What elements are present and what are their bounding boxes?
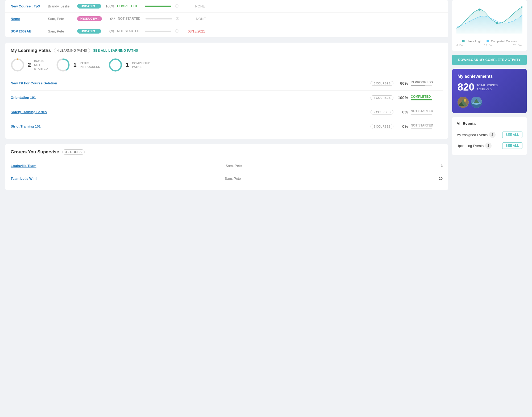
lp-status-label: IN PROGRESS [411,80,443,84]
event-count-badge: 1 [485,142,492,149]
course-name[interactable]: New Course : Tp3 [11,4,45,8]
course-progress-fill [145,6,171,7]
info-icon: ⓘ [175,29,178,34]
groups-title: Groups You Supervise [11,149,59,155]
lp-pct: 0% [396,110,408,114]
achievements-badges [458,97,521,108]
event-count-badge: 2 [489,132,496,138]
lp-pct: 100% [396,95,408,100]
course-owner: Brandy, Leslie [48,4,74,8]
achievements-title: My achievements [458,74,521,79]
lp-progress-fill [411,99,432,100]
lp-progress-bar [411,85,432,86]
course-pct: 0% [105,17,115,21]
lp-pct: 66% [396,81,408,85]
stat-label: COMPLETEDPATHS [132,61,150,69]
donut-chart [11,58,24,72]
badge-2-icon [471,97,482,108]
achievements-points: 820 [458,81,474,93]
course-tag: PRODUCTIV... [77,16,102,21]
legend-completed-courses: Completed Courses [487,40,517,43]
lp-name[interactable]: Safety Training Series [11,110,368,114]
group-owner: Sam, Pete [225,177,436,181]
lp-progress-bar [411,99,432,100]
badge-1-icon [458,97,469,108]
achievements-points-row: 820 TOTAL POINTSACHIEVED [458,81,521,93]
donut-chart [109,58,122,72]
chart-card: Users Login Completed Courses 6. Dec 13.… [452,0,527,51]
legend-users-login: Users Login [462,40,482,43]
group-count: 3 [441,164,443,168]
lp-courses: 3 COURSES [371,81,393,86]
list-item: My Assigned Events 2 SEE ALL [456,129,522,140]
users-login-label: Users Login [467,40,482,43]
event-label-wrap: My Assigned Events 2 [456,132,496,138]
donut-svg [109,58,122,72]
lp-pct: 0% [396,124,408,129]
chart-legend: Users Login Completed Courses [456,40,522,43]
lp-status-label: NOT STARTED [411,109,443,113]
lp-rows: New TP For Course Deletion 3 COURSES 66%… [11,76,443,133]
badge-1 [458,97,469,108]
sidebar: Users Login Completed Courses 6. Dec 13.… [452,0,527,195]
course-due: 03/18/2021 [181,29,205,33]
svg-point-0 [12,59,23,71]
event-see-all-button[interactable]: SEE ALL [502,132,522,138]
learning-paths-section: My Learning Paths 4 LEARNING PATHS SEE A… [5,43,448,139]
achievements-card: My achievements 820 TOTAL POINTSACHIEVED [452,69,527,113]
course-owner: Sam, Pete [48,17,74,21]
path-stat: 1 COMPLETEDPATHS [109,58,150,72]
lp-courses: 3 COURSES [371,124,393,129]
event-label: Upcoming Events [456,144,484,148]
list-item: Louisville Team Sam, Pete 3 [11,160,443,172]
badge-2 [471,97,482,108]
x-label-1: 6. Dec [456,44,464,47]
course-status: NOT STARTED [117,29,141,33]
course-pct: 0% [104,29,114,33]
group-name[interactable]: Team Let's Win! [11,177,222,181]
course-progress-bar [145,31,171,32]
x-label-3: 20. Dec [513,44,522,47]
table-row: SOP 2662AB Sam, Pete UNCATEG... 0% NOT S… [5,25,448,37]
table-row: New Course : Tp3 Brandy, Leslie UNCATEG.… [5,0,448,13]
lp-name[interactable]: Orientation 101 [11,96,368,100]
lp-status: NOT STARTED [411,109,443,115]
course-name[interactable]: SOP 2662AB [11,29,45,33]
course-name[interactable]: Nemo [11,17,45,21]
donut-svg [11,58,24,72]
stat-num: 2 [28,62,31,68]
users-login-dot [462,40,465,42]
course-pct: 100% [104,4,114,8]
events-title: All Events [456,121,522,126]
list-item: Team Let's Win! Sam, Pete 20 [11,172,443,185]
event-rows-container: My Assigned Events 2 SEE ALL Upcoming Ev… [456,129,522,151]
course-owner: Sam, Pete [48,29,74,33]
download-activity-button[interactable]: DOWNLOAD MY COMPLETE ACTIVITY [452,55,527,65]
lp-progress-fill [411,85,425,86]
info-icon: ⓘ [176,16,179,21]
stat-num: 1 [126,62,129,68]
list-item: Upcoming Events 1 SEE ALL [456,140,522,151]
course-progress-bar [145,6,171,7]
svg-point-13 [464,99,466,102]
course-due: NONE [182,17,206,21]
group-count: 20 [439,177,443,181]
path-stat: 2 PATHSNOTSTARTED [11,58,48,72]
course-tag: UNCATEG... [77,4,101,9]
event-see-all-button[interactable]: SEE ALL [502,142,522,149]
see-all-learning-paths-link[interactable]: SEE ALL LEARNING PATHS [93,49,138,52]
lp-name[interactable]: New TP For Course Deletion [11,81,368,85]
table-row: Nemo Sam, Pete PRODUCTIV... 0% NOT START… [5,13,448,25]
lp-courses: 2 COURSES [371,110,393,115]
main-content: New Course : Tp3 Brandy, Leslie UNCATEG.… [5,0,448,195]
paths-summary: 2 PATHSNOTSTARTED 1 PATHSIN PROGRESS 1 C… [11,58,443,72]
stat-label: PATHSIN PROGRESS [80,61,100,69]
path-stat: 1 PATHSIN PROGRESS [56,58,100,72]
lp-status-label: NOT STARTED [411,124,443,127]
activity-chart [456,4,522,36]
lp-progress-bar [411,114,432,115]
lp-status: NOT STARTED [411,124,443,129]
info-icon: ⓘ [175,4,178,9]
group-name[interactable]: Louisville Team [11,164,223,168]
lp-name[interactable]: Strict Training 101 [11,124,368,128]
